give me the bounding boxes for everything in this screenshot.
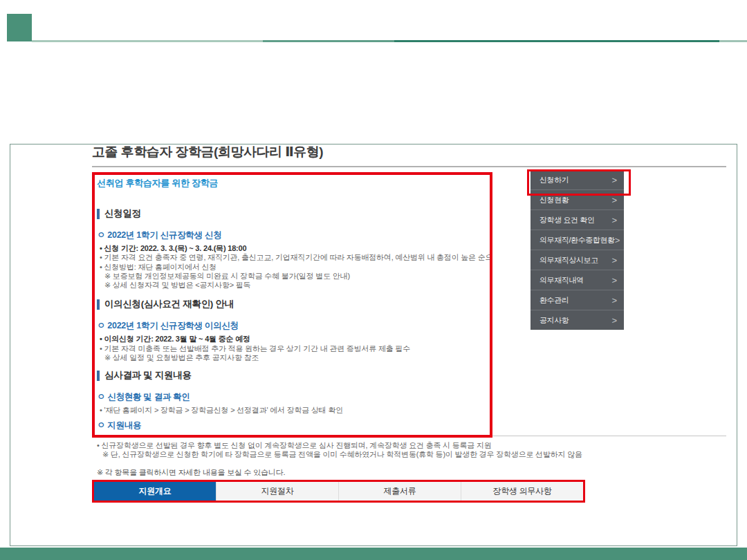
text-line: ※ 보증보험 개인정보제공동의 미완료 시 장학금 수혜 불가(일정 별도 안내…	[97, 272, 486, 281]
subheading: ㅇ 2022년 1학기 신규장학생 이의신청	[97, 320, 486, 332]
top-divider	[32, 40, 747, 42]
text-line: • '재단 홈페이지 > 장학금 > 장학금신청 > 선정결과' 에서 장학금 …	[97, 406, 486, 415]
brand-mark	[7, 14, 32, 41]
chevron-right-icon: >	[611, 276, 617, 285]
intro-text: 선취업 후학습자를 위한 장학금	[97, 177, 486, 189]
content-highlight-box: 선취업 후학습자를 위한 장학금 신청일정 ㅇ 2022년 1학기 신규장학생 …	[92, 172, 492, 438]
sidebar-item-apply[interactable]: 신청하기 >	[531, 170, 624, 190]
chevron-right-icon: >	[611, 176, 617, 185]
sidebar-item-employment-history[interactable]: 의무재직내역 >	[531, 270, 624, 290]
tab-bar: 지원개요 지원절차 제출서류 장학생 의무사항	[92, 480, 585, 503]
chevron-right-icon: >	[611, 196, 617, 205]
subheading: ㅇ 신청현황 및 결과 확인	[97, 391, 486, 403]
line-group: • 이의신청 기간: 2022. 3월 말 ~ 4월 중순 예정 • 기본 자격…	[97, 335, 486, 362]
line-group: • 신청 기간: 2022. 3. 3.(목) ~ 3. 24.(목) 18:0…	[97, 244, 486, 290]
chevron-right-icon: >	[611, 296, 617, 305]
text-line: ※ 상세 일정 및 요청방법은 추후 공지사항 참조	[97, 353, 486, 362]
section-header-objection: 이의신청(심사요건 재확인) 안내	[97, 298, 486, 310]
text-line: ※ 상세 신청자격 및 방법은 <공지사항> 필독	[97, 281, 486, 290]
subheading: ㅇ 2022년 1학기 신규장학생 신청	[97, 230, 486, 241]
text-line: • 이의신청 기간: 2022. 3월 말 ~ 4월 중순 예정	[97, 335, 486, 344]
chevron-right-icon: >	[611, 256, 617, 265]
text-line: • 기본 자격 미충족 또는 선발배점 추가 적용 원하는 경우 상기 기간 내…	[97, 344, 486, 353]
top-divider-segment	[394, 40, 747, 42]
chevron-right-icon: >	[615, 236, 620, 245]
footnote-line: ※ 단, 신규장학생으로 신청한 학기에 타 장학금으로 등록금 전액을 이미 …	[97, 450, 733, 459]
sidebar-item-employment-report[interactable]: 의무재직상시보고 >	[531, 250, 624, 270]
text-line: • 기본 자격 요건 충족자 중 연령, 재직기관, 출신고교, 기업재직기간에…	[97, 253, 486, 262]
chevron-right-icon: >	[611, 316, 617, 325]
sidebar-item-application-status[interactable]: 신청현황 >	[531, 190, 624, 210]
section-header-schedule: 신청일정	[97, 207, 486, 220]
footnotes: • 신규장학생으로 선발된 경우 향후 별도 신청 없이 계속장학생으로 심사 …	[97, 441, 733, 460]
sidebar-item-employment-refund-status[interactable]: 의무재직/환수종합현황 >	[531, 230, 624, 250]
click-hint: ※ 각 항목을 클릭하시면 자세한 내용을 보실 수 있습니다.	[97, 467, 285, 478]
title-divider	[92, 166, 726, 167]
top-divider-segment	[719, 40, 747, 42]
line-group: • '재단 홈페이지 > 장학금 > 장학금신청 > 선정결과' 에서 장학금 …	[97, 406, 486, 415]
top-divider-segment	[263, 40, 394, 42]
chevron-right-icon: >	[611, 216, 617, 225]
section-bar-icon	[97, 371, 100, 381]
sidebar-item-refund-management[interactable]: 환수관리 >	[531, 290, 624, 310]
footnote-line: • 신규장학생으로 선발된 경우 향후 별도 신청 없이 계속장학생으로 심사 …	[97, 441, 733, 450]
section-bar-icon	[97, 209, 100, 219]
section-divider	[484, 436, 726, 436]
tab-overview[interactable]: 지원개요	[94, 482, 216, 501]
sidebar-menu: 신청하기 > 신청현황 > 장학생 요건 확인 > 의무재직/환수종합현황 > …	[531, 170, 624, 330]
top-divider-segment	[32, 40, 263, 42]
section-header-results: 심사결과 및 지원내용	[97, 369, 486, 382]
sidebar-item-notices[interactable]: 공지사항 >	[531, 310, 624, 330]
tab-procedure[interactable]: 지원절차	[216, 482, 338, 501]
line-group: • 현 재직기업 유형 및 규모에 따라 등록금 차등 지원 - 중소·중견기업…	[97, 434, 486, 438]
section-bar-icon	[97, 299, 100, 310]
sidebar-item-eligibility-check[interactable]: 장학생 요건 확인 >	[531, 210, 624, 230]
text-line: • 현 재직기업 유형 및 규모에 따라 등록금 차등 지원	[97, 434, 486, 438]
page-title: 고졸 후학습자 장학금(희망사다리 Ⅱ유형)	[92, 143, 323, 161]
tab-obligations[interactable]: 장학생 의무사항	[461, 482, 583, 501]
tab-documents[interactable]: 제출서류	[338, 482, 461, 501]
text-line: • 신청방법: 재단 홈페이지에서 신청	[97, 263, 486, 272]
footer-bar	[0, 548, 747, 560]
subheading: ㅇ 지원내용	[97, 420, 486, 431]
text-line: • 신청 기간: 2022. 3. 3.(목) ~ 3. 24.(목) 18:0…	[97, 244, 486, 253]
